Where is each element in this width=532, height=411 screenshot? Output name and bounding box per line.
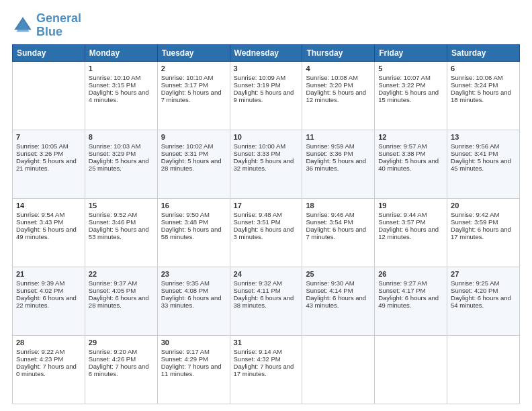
daylight-text: Daylight: 5 hours and 40 minutes. [378,157,439,172]
sunrise-text: Sunrise: 9:48 AM [234,211,282,218]
day-number: 23 [161,270,226,278]
daylight-text: Daylight: 5 hours and 15 minutes. [378,89,439,103]
daylight-text: Daylight: 5 hours and 18 minutes. [451,89,511,103]
day-cell: 16Sunrise: 9:50 AMSunset: 3:48 PMDayligh… [157,198,230,267]
day-cell [447,335,520,404]
day-cell: 10Sunrise: 10:00 AMSunset: 3:33 PMDaylig… [230,130,302,198]
sunset-text: Sunset: 3:15 PM [89,81,136,89]
day-cell: 20Sunrise: 9:42 AMSunset: 3:59 PMDayligh… [447,198,520,267]
day-number: 17 [234,201,299,210]
sunrise-text: Sunrise: 10:03 AM [89,142,141,150]
daylight-text: Daylight: 5 hours and 49 minutes. [16,226,77,240]
day-cell: 23Sunrise: 9:35 AMSunset: 4:08 PMDayligh… [157,267,230,335]
daylight-text: Daylight: 6 hours and 33 minutes. [161,294,222,309]
sunrise-text: Sunrise: 9:57 AM [378,142,427,150]
day-cell: 30Sunrise: 9:17 AMSunset: 4:29 PMDayligh… [157,335,230,404]
sunrise-text: Sunrise: 9:46 AM [306,211,354,218]
daylight-text: Daylight: 5 hours and 21 minutes. [16,157,77,172]
day-cell: 24Sunrise: 9:32 AMSunset: 4:11 PMDayligh… [230,267,302,335]
header: General Blue [12,12,520,39]
day-number: 31 [234,338,299,347]
sunrise-text: Sunrise: 10:09 AM [234,74,286,81]
header-cell-monday: Monday [85,44,157,61]
sunset-text: Sunset: 4:05 PM [89,287,136,294]
logo-text: General Blue [36,12,81,39]
daylight-text: Daylight: 5 hours and 45 minutes. [451,157,511,172]
day-cell: 5Sunrise: 10:07 AMSunset: 3:22 PMDayligh… [375,61,447,130]
header-cell-wednesday: Wednesday [230,44,302,61]
day-cell: 13Sunrise: 9:56 AMSunset: 3:41 PMDayligh… [447,130,520,198]
day-number: 21 [16,270,81,278]
day-number: 27 [451,270,516,278]
sunset-text: Sunset: 4:26 PM [89,355,136,363]
sunrise-text: Sunrise: 9:50 AM [161,211,210,218]
day-number: 30 [161,338,226,347]
sunset-text: Sunset: 4:23 PM [16,355,63,363]
day-cell: 25Sunrise: 9:30 AMSunset: 4:14 PMDayligh… [302,267,375,335]
sunset-text: Sunset: 4:02 PM [16,287,63,294]
daylight-text: Daylight: 5 hours and 9 minutes. [234,89,294,103]
day-cell: 14Sunrise: 9:54 AMSunset: 3:43 PMDayligh… [13,198,85,267]
day-number: 10 [234,133,299,141]
day-cell [302,335,375,404]
day-cell: 15Sunrise: 9:52 AMSunset: 3:46 PMDayligh… [85,198,157,267]
day-cell: 26Sunrise: 9:27 AMSunset: 4:17 PMDayligh… [375,267,447,335]
day-number: 13 [451,133,516,141]
day-number: 16 [161,201,226,210]
sunrise-text: Sunrise: 9:37 AM [89,279,137,287]
daylight-text: Daylight: 6 hours and 17 minutes. [451,226,511,240]
header-cell-friday: Friday [375,44,447,61]
sunset-text: Sunset: 4:32 PM [234,355,281,363]
day-number: 19 [378,201,443,210]
daylight-text: Daylight: 6 hours and 22 minutes. [16,294,77,309]
day-number: 22 [89,270,154,278]
day-cell: 6Sunrise: 10:06 AMSunset: 3:24 PMDayligh… [447,61,520,130]
daylight-text: Daylight: 6 hours and 49 minutes. [378,294,439,309]
daylight-text: Daylight: 7 hours and 6 minutes. [89,363,149,377]
calendar-table: SundayMondayTuesdayWednesdayThursdayFrid… [12,44,520,404]
day-cell: 12Sunrise: 9:57 AMSunset: 3:38 PMDayligh… [375,130,447,198]
day-cell: 1Sunrise: 10:10 AMSunset: 3:15 PMDayligh… [85,61,157,130]
sunrise-text: Sunrise: 9:30 AM [306,279,354,287]
sunset-text: Sunset: 3:26 PM [16,150,63,157]
day-cell: 4Sunrise: 10:08 AMSunset: 3:20 PMDayligh… [302,61,375,130]
day-number: 26 [378,270,443,278]
sunset-text: Sunset: 4:29 PM [161,355,208,363]
sunrise-text: Sunrise: 9:39 AM [16,279,64,287]
sunrise-text: Sunrise: 9:25 AM [451,279,499,287]
week-row-4: 28Sunrise: 9:22 AMSunset: 4:23 PMDayligh… [13,335,520,404]
day-number: 12 [378,133,443,141]
sunset-text: Sunset: 3:59 PM [451,218,498,226]
sunset-text: Sunset: 3:31 PM [161,150,208,157]
day-cell: 29Sunrise: 9:20 AMSunset: 4:26 PMDayligh… [85,335,157,404]
day-cell: 21Sunrise: 9:39 AMSunset: 4:02 PMDayligh… [13,267,85,335]
sunrise-text: Sunrise: 10:07 AM [378,74,431,81]
sunrise-text: Sunrise: 9:35 AM [161,279,210,287]
sunrise-text: Sunrise: 9:54 AM [16,211,64,218]
day-number: 18 [306,201,371,210]
day-cell: 7Sunrise: 10:05 AMSunset: 3:26 PMDayligh… [13,130,85,198]
sunset-text: Sunset: 3:22 PM [378,81,425,89]
daylight-text: Daylight: 7 hours and 11 minutes. [161,363,222,377]
sunset-text: Sunset: 4:14 PM [306,287,353,294]
sunset-text: Sunset: 4:17 PM [378,287,425,294]
sunset-text: Sunset: 3:54 PM [306,218,353,226]
day-number: 3 [234,64,299,73]
sunrise-text: Sunrise: 10:06 AM [451,74,503,81]
week-row-1: 7Sunrise: 10:05 AMSunset: 3:26 PMDayligh… [13,130,520,198]
day-number: 25 [306,270,371,278]
sunset-text: Sunset: 4:20 PM [451,287,498,294]
day-number: 29 [89,338,154,347]
day-cell [13,61,85,130]
daylight-text: Daylight: 5 hours and 58 minutes. [161,226,222,240]
daylight-text: Daylight: 5 hours and 12 minutes. [306,89,366,103]
sunrise-text: Sunrise: 10:10 AM [89,74,141,81]
sunset-text: Sunset: 3:38 PM [378,150,425,157]
daylight-text: Daylight: 6 hours and 54 minutes. [451,294,511,309]
sunset-text: Sunset: 3:57 PM [378,218,425,226]
day-cell: 2Sunrise: 10:10 AMSunset: 3:17 PMDayligh… [157,61,230,130]
sunset-text: Sunset: 3:33 PM [234,150,281,157]
sunset-text: Sunset: 3:43 PM [16,218,63,226]
day-number: 20 [451,201,516,210]
week-row-2: 14Sunrise: 9:54 AMSunset: 3:43 PMDayligh… [13,198,520,267]
